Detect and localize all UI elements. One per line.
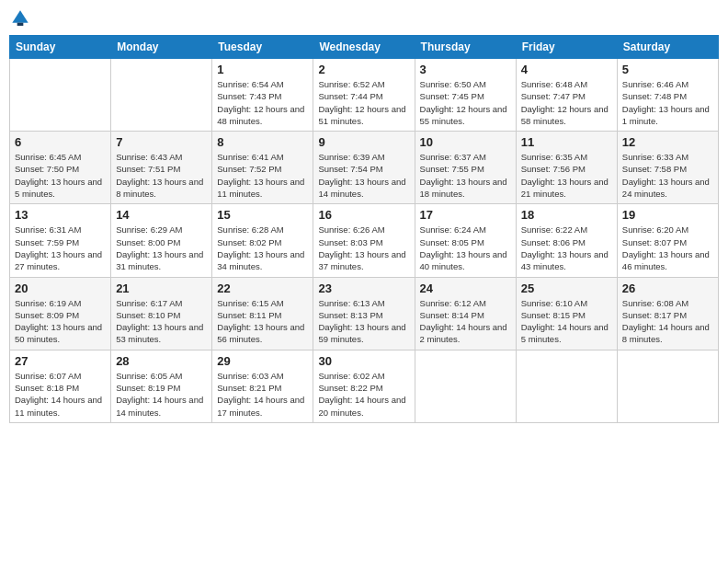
day-number: 2 bbox=[318, 63, 409, 76]
day-number: 22 bbox=[217, 282, 308, 295]
calendar-cell: 22Sunrise: 6:15 AM Sunset: 8:11 PM Dayli… bbox=[212, 277, 313, 350]
calendar-cell: 11Sunrise: 6:35 AM Sunset: 7:56 PM Dayli… bbox=[516, 132, 617, 204]
day-number: 25 bbox=[521, 282, 612, 295]
calendar-dow-sunday: Sunday bbox=[10, 36, 111, 59]
calendar-cell: 10Sunrise: 6:37 AM Sunset: 7:55 PM Dayli… bbox=[415, 132, 516, 204]
calendar-cell: 19Sunrise: 6:20 AM Sunset: 8:07 PM Dayli… bbox=[617, 204, 718, 277]
day-info: Sunrise: 6:28 AM Sunset: 8:02 PM Dayligh… bbox=[217, 224, 308, 272]
calendar-cell: 3Sunrise: 6:50 AM Sunset: 7:45 PM Daylig… bbox=[415, 59, 516, 132]
calendar-cell: 21Sunrise: 6:17 AM Sunset: 8:10 PM Dayli… bbox=[111, 277, 212, 350]
day-info: Sunrise: 6:26 AM Sunset: 8:03 PM Dayligh… bbox=[318, 224, 409, 272]
day-info: Sunrise: 6:35 AM Sunset: 7:56 PM Dayligh… bbox=[521, 151, 612, 200]
calendar-cell: 8Sunrise: 6:41 AM Sunset: 7:52 PM Daylig… bbox=[212, 132, 313, 204]
calendar-cell: 16Sunrise: 6:26 AM Sunset: 8:03 PM Dayli… bbox=[313, 204, 415, 277]
day-info: Sunrise: 6:02 AM Sunset: 8:22 PM Dayligh… bbox=[318, 370, 409, 419]
calendar-cell: 17Sunrise: 6:24 AM Sunset: 8:05 PM Dayli… bbox=[415, 204, 516, 277]
day-info: Sunrise: 6:33 AM Sunset: 7:58 PM Dayligh… bbox=[622, 151, 713, 200]
day-number: 4 bbox=[521, 63, 612, 76]
calendar-week-5: 27Sunrise: 6:07 AM Sunset: 8:18 PM Dayli… bbox=[10, 350, 719, 422]
calendar-cell: 2Sunrise: 6:52 AM Sunset: 7:44 PM Daylig… bbox=[313, 59, 415, 132]
calendar-cell bbox=[10, 59, 111, 132]
header bbox=[9, 9, 719, 28]
day-info: Sunrise: 6:54 AM Sunset: 7:43 PM Dayligh… bbox=[217, 78, 308, 127]
day-number: 15 bbox=[217, 208, 308, 222]
day-info: Sunrise: 6:39 AM Sunset: 7:54 PM Dayligh… bbox=[318, 151, 409, 200]
calendar-cell: 6Sunrise: 6:45 AM Sunset: 7:50 PM Daylig… bbox=[10, 132, 111, 204]
day-number: 20 bbox=[15, 282, 106, 295]
day-number: 14 bbox=[116, 208, 207, 222]
calendar-cell bbox=[111, 59, 212, 132]
calendar-cell: 14Sunrise: 6:29 AM Sunset: 8:00 PM Dayli… bbox=[111, 204, 212, 277]
calendar-cell: 27Sunrise: 6:07 AM Sunset: 8:18 PM Dayli… bbox=[10, 350, 111, 422]
day-info: Sunrise: 6:15 AM Sunset: 8:11 PM Dayligh… bbox=[217, 297, 308, 346]
calendar-cell: 25Sunrise: 6:10 AM Sunset: 8:15 PM Dayli… bbox=[516, 277, 617, 350]
day-number: 11 bbox=[521, 135, 612, 149]
calendar-cell: 30Sunrise: 6:02 AM Sunset: 8:22 PM Dayli… bbox=[313, 350, 415, 422]
day-number: 3 bbox=[420, 63, 511, 76]
calendar-week-2: 6Sunrise: 6:45 AM Sunset: 7:50 PM Daylig… bbox=[10, 132, 719, 204]
day-info: Sunrise: 6:17 AM Sunset: 8:10 PM Dayligh… bbox=[116, 297, 207, 346]
calendar-cell: 28Sunrise: 6:05 AM Sunset: 8:19 PM Dayli… bbox=[111, 350, 212, 422]
day-number: 17 bbox=[420, 208, 511, 222]
calendar-cell: 15Sunrise: 6:28 AM Sunset: 8:02 PM Dayli… bbox=[212, 204, 313, 277]
day-number: 27 bbox=[15, 354, 106, 368]
calendar-cell: 23Sunrise: 6:13 AM Sunset: 8:13 PM Dayli… bbox=[313, 277, 415, 350]
calendar-cell bbox=[516, 350, 617, 422]
calendar-cell: 1Sunrise: 6:54 AM Sunset: 7:43 PM Daylig… bbox=[212, 59, 313, 132]
day-info: Sunrise: 6:46 AM Sunset: 7:48 PM Dayligh… bbox=[622, 78, 713, 127]
day-number: 16 bbox=[318, 208, 409, 222]
calendar-cell: 20Sunrise: 6:19 AM Sunset: 8:09 PM Dayli… bbox=[10, 277, 111, 350]
day-number: 10 bbox=[420, 135, 511, 149]
day-info: Sunrise: 6:50 AM Sunset: 7:45 PM Dayligh… bbox=[420, 78, 511, 127]
calendar-dow-saturday: Saturday bbox=[617, 36, 718, 59]
calendar-cell: 4Sunrise: 6:48 AM Sunset: 7:47 PM Daylig… bbox=[516, 59, 617, 132]
calendar-dow-friday: Friday bbox=[516, 36, 617, 59]
day-number: 18 bbox=[521, 208, 612, 222]
calendar-cell: 29Sunrise: 6:03 AM Sunset: 8:21 PM Dayli… bbox=[212, 350, 313, 422]
day-number: 6 bbox=[15, 135, 106, 149]
calendar-cell: 5Sunrise: 6:46 AM Sunset: 7:48 PM Daylig… bbox=[617, 59, 718, 132]
logo bbox=[9, 9, 33, 28]
day-info: Sunrise: 6:22 AM Sunset: 8:06 PM Dayligh… bbox=[521, 224, 612, 272]
day-info: Sunrise: 6:07 AM Sunset: 8:18 PM Dayligh… bbox=[15, 370, 106, 419]
day-number: 29 bbox=[217, 354, 308, 368]
calendar-cell bbox=[415, 350, 516, 422]
day-info: Sunrise: 6:43 AM Sunset: 7:51 PM Dayligh… bbox=[116, 151, 207, 200]
calendar-cell: 13Sunrise: 6:31 AM Sunset: 7:59 PM Dayli… bbox=[10, 204, 111, 277]
calendar-week-3: 13Sunrise: 6:31 AM Sunset: 7:59 PM Dayli… bbox=[10, 204, 719, 277]
page: SundayMondayTuesdayWednesdayThursdayFrid… bbox=[0, 0, 728, 563]
day-info: Sunrise: 6:31 AM Sunset: 7:59 PM Dayligh… bbox=[15, 224, 106, 272]
day-number: 26 bbox=[622, 282, 713, 295]
svg-rect-1 bbox=[17, 23, 24, 26]
day-info: Sunrise: 6:13 AM Sunset: 8:13 PM Dayligh… bbox=[318, 297, 409, 346]
day-number: 5 bbox=[622, 63, 713, 76]
calendar-table: SundayMondayTuesdayWednesdayThursdayFrid… bbox=[9, 35, 719, 423]
day-info: Sunrise: 6:05 AM Sunset: 8:19 PM Dayligh… bbox=[116, 370, 207, 419]
day-info: Sunrise: 6:10 AM Sunset: 8:15 PM Dayligh… bbox=[521, 297, 612, 346]
day-info: Sunrise: 6:03 AM Sunset: 8:21 PM Dayligh… bbox=[217, 370, 308, 419]
day-number: 12 bbox=[622, 135, 713, 149]
day-number: 7 bbox=[116, 135, 207, 149]
day-number: 1 bbox=[217, 63, 308, 76]
day-info: Sunrise: 6:29 AM Sunset: 8:00 PM Dayligh… bbox=[116, 224, 207, 272]
calendar-cell: 24Sunrise: 6:12 AM Sunset: 8:14 PM Dayli… bbox=[415, 277, 516, 350]
calendar-cell: 12Sunrise: 6:33 AM Sunset: 7:58 PM Dayli… bbox=[617, 132, 718, 204]
day-info: Sunrise: 6:19 AM Sunset: 8:09 PM Dayligh… bbox=[15, 297, 106, 346]
calendar-cell: 26Sunrise: 6:08 AM Sunset: 8:17 PM Dayli… bbox=[617, 277, 718, 350]
logo-icon bbox=[11, 9, 29, 28]
day-info: Sunrise: 6:20 AM Sunset: 8:07 PM Dayligh… bbox=[622, 224, 713, 272]
day-info: Sunrise: 6:52 AM Sunset: 7:44 PM Dayligh… bbox=[318, 78, 409, 127]
day-info: Sunrise: 6:41 AM Sunset: 7:52 PM Dayligh… bbox=[217, 151, 308, 200]
day-info: Sunrise: 6:37 AM Sunset: 7:55 PM Dayligh… bbox=[420, 151, 511, 200]
calendar-cell: 18Sunrise: 6:22 AM Sunset: 8:06 PM Dayli… bbox=[516, 204, 617, 277]
calendar-header-row: SundayMondayTuesdayWednesdayThursdayFrid… bbox=[10, 36, 719, 59]
day-number: 23 bbox=[318, 282, 409, 295]
calendar-cell bbox=[617, 350, 718, 422]
day-number: 24 bbox=[420, 282, 511, 295]
day-number: 8 bbox=[217, 135, 308, 149]
day-number: 28 bbox=[116, 354, 207, 368]
day-number: 13 bbox=[15, 208, 106, 222]
day-info: Sunrise: 6:12 AM Sunset: 8:14 PM Dayligh… bbox=[420, 297, 511, 346]
calendar-dow-monday: Monday bbox=[111, 36, 212, 59]
calendar-dow-wednesday: Wednesday bbox=[313, 36, 415, 59]
